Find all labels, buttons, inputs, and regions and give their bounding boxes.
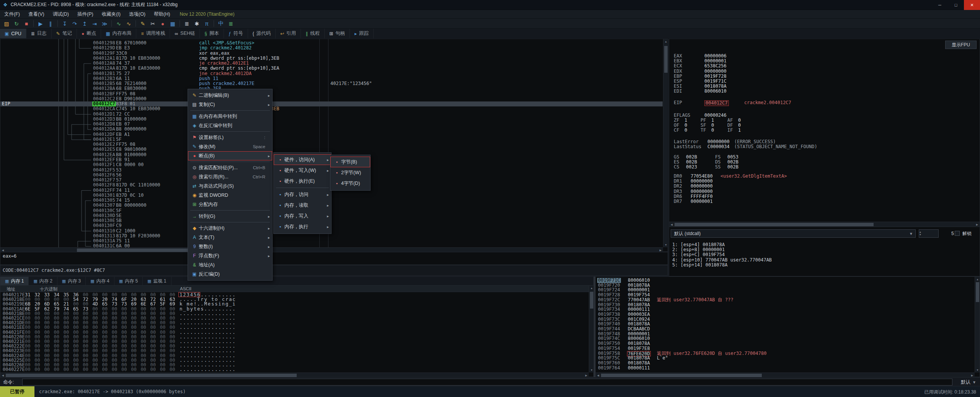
patches-icon[interactable]: ✂ (148, 20, 157, 28)
stack-row[interactable]: 0019F74800000001 (596, 332, 973, 337)
log-icon[interactable]: ≣ (182, 20, 191, 28)
menu-收藏夹(I)[interactable]: 收藏夹(I) (98, 10, 125, 18)
stack-row[interactable]: 0019F72400000001 (596, 288, 973, 292)
disasm-row[interactable]: 004012E2FF75 08 (0, 142, 663, 147)
disasm-row[interactable]: 00401298E8 67010000call <JMP.&SetFocus> (0, 41, 663, 46)
trace-into-icon[interactable]: ∿ (114, 20, 123, 28)
argument-count-spinner[interactable]: 5 ▲▼ (919, 229, 939, 238)
tab-script[interactable]: §脚本 (200, 29, 224, 38)
tab-log[interactable]: ≣日志 (26, 29, 52, 38)
disasm-row[interactable]: 0040129DEB E3jmp crackme2.401282 (0, 46, 663, 51)
disasm-row[interactable]: 004012D8EB 07 (0, 122, 663, 127)
disasm-row[interactable]: 0040130D5E (0, 213, 663, 218)
disasm-row[interactable]: 0040130E5B (0, 218, 663, 223)
menu-查看(V)[interactable]: 查看(V) (24, 10, 49, 18)
menu-插件(P)[interactable]: 插件(P) (73, 10, 98, 18)
disasm-row[interactable]: 0040130FC9 (0, 223, 663, 228)
dump-tab-dump-1[interactable]: ▦内存 1 (0, 277, 29, 285)
run-icon[interactable]: ▶ (36, 20, 45, 28)
tab-threads[interactable]: ∥线程 (301, 29, 325, 38)
stack-row[interactable]: 0019F75876FE620D返回到 user32.76FE620D 自 us… (596, 351, 973, 356)
disasm-row[interactable]: 004012D172 CC (0, 112, 663, 117)
disasm-row[interactable]: 0040129F33C0xor eax,eax (0, 51, 663, 56)
disasm-row[interactable]: 0040130C5F (0, 208, 663, 213)
menu-item-dword-4byte[interactable]: ▪4字节(D) (330, 178, 370, 189)
memory-map-icon[interactable]: ▦ (168, 20, 177, 28)
open-file-icon[interactable]: ▨ (2, 20, 11, 28)
stack-row[interactable]: 0019F76400000111 (596, 366, 973, 371)
tab-handles[interactable]: ⊞句柄 (325, 29, 350, 38)
menu-item-word-2byte[interactable]: ▪2字节(W) (330, 167, 370, 178)
menu-item-memory-write[interactable]: ▪内存，写入▸ (274, 211, 331, 221)
settings-icon[interactable]: ✱ (192, 20, 201, 28)
menu-item-breakpoint[interactable]: ●断点(B)▸ (188, 151, 272, 160)
trace-over-icon[interactable]: ∿ (124, 20, 133, 28)
stack-row[interactable]: 0019F74C80006010 (596, 336, 973, 341)
stop-icon[interactable]: ■ (22, 20, 31, 28)
tab-trace[interactable]: ▸跟踪 (350, 29, 374, 38)
tab-cpu[interactable]: ▣CPU (0, 29, 26, 38)
pause-icon[interactable]: ∥ (46, 20, 55, 28)
stack-row[interactable]: 0019F75C0018078AL`e" (596, 356, 973, 361)
registers-horizontal-scrollbar[interactable]: ◀▶ (669, 222, 980, 227)
disasm-row[interactable]: 00401307B8 00000000 (0, 203, 663, 208)
menu-item-integer-view[interactable]: 9整数(I)▸ (188, 242, 272, 251)
dump-row[interactable]: 0040223E00000000000000000000000000000000… (0, 348, 586, 353)
menu-item-byte[interactable]: ▪字节(B) (330, 157, 370, 167)
disasm-row[interactable]: 004012DFEB A1 (0, 132, 663, 137)
menu-item-hardware-write[interactable]: ▪硬件，写入(W)▸ (274, 165, 331, 176)
disasm-row[interactable]: 004012CAC745 10 EB030000mov dword ptr ss… (0, 106, 663, 111)
disasm-row[interactable]: 004012BFFF75 08 (0, 91, 663, 96)
disasm-row[interactable]: 004012E15F (0, 137, 663, 142)
dump-vertical-scrollbar[interactable]: ▲▼ (589, 286, 594, 372)
maximize-button[interactable]: □ (948, 0, 964, 10)
calculator-icon[interactable]: π (202, 20, 211, 28)
dump-tab-watch-1[interactable]: ▦监视 1 (143, 277, 171, 285)
close-button[interactable]: ✕ (964, 0, 980, 10)
stack-row[interactable]: 0019F7400018078A (596, 322, 973, 327)
disasm-row[interactable]: 004012C783F8 01 (0, 101, 663, 106)
menu-item-hardware-execute[interactable]: ▪硬件，执行(E) (274, 176, 331, 186)
language-icon[interactable]: 中 (216, 20, 225, 28)
disasm-row[interactable]: 004012B36A 11push 11 (0, 76, 663, 81)
command-script-type[interactable]: 默认▼ (961, 379, 976, 386)
disasm-row[interactable]: 004012A874 37je crackme2.4012E1 (0, 61, 663, 66)
stack-row[interactable]: 0019F73C001C0924 (596, 317, 973, 322)
disasm-row[interactable]: 004012E5E8 98010000 (0, 147, 663, 152)
menu-选项(O)[interactable]: 选项(O) (125, 10, 150, 18)
menu-list-icon[interactable]: ≣ (226, 20, 235, 28)
disasm-row[interactable]: 004012DAB8 00000000 (0, 127, 663, 132)
stack-row[interactable]: 0019F7500018078A (596, 341, 973, 346)
tab-source[interactable]: {源代码 (248, 29, 276, 38)
command-input[interactable] (22, 379, 952, 386)
menu-文件(F)[interactable]: 文件(F) (0, 10, 24, 18)
tab-symbols[interactable]: ƒ符号 (224, 29, 248, 38)
disasm-row[interactable]: 004012A1817D 10 EB030000cmp dword ptr ss… (0, 56, 663, 61)
menu-item-modify-value[interactable]: ✎修改(M)Space (188, 142, 272, 151)
disasm-row[interactable]: 004012B175 27jne crackme2.4012DA (0, 71, 663, 76)
show-fpu-button[interactable]: 显示FPU (945, 41, 977, 49)
menu-item-follow-in-memory-map[interactable]: ▦在内存布局中转到 (188, 112, 272, 121)
stack-row[interactable]: 0019F7540019F7E8 (596, 346, 973, 351)
stack-row[interactable]: 0019F738000003EA (596, 312, 973, 317)
disasm-row[interactable]: 004012D3B8 01000000 (0, 117, 663, 122)
menu-item-memory-access[interactable]: ▪内存，访问▸ (274, 189, 331, 200)
disasm-row[interactable]: 00401310C2 1000 (0, 229, 663, 234)
tab-breakpoints[interactable]: ●断点 (77, 29, 101, 38)
menu-帮助(H)[interactable]: 帮助(H) (150, 10, 174, 18)
stack-row[interactable]: 0019F7200018078A (596, 283, 973, 288)
patch-icon[interactable]: ✎ (138, 20, 147, 28)
dump-tab-dump-5[interactable]: ▦内存 5 (114, 277, 143, 285)
tab-notes[interactable]: ✎笔记 (52, 29, 77, 38)
dump-row[interactable]: 0040227E00000000000000000000000000000000… (0, 367, 586, 372)
disasm-row[interactable]: 0040130574 15 (0, 198, 663, 203)
step-out-icon[interactable]: ↥ (80, 20, 89, 28)
step-over-icon[interactable]: ↷ (70, 20, 79, 28)
tab-seh[interactable]: ∞SEH链 (170, 29, 200, 38)
dump-row[interactable]: 0040224E00000000000000000000000000000000… (0, 353, 586, 358)
menu-item-text-view[interactable]: A文本(T)▸ (188, 233, 272, 242)
tab-memory-map[interactable]: ▦内存布局 (101, 29, 136, 38)
disasm-row[interactable]: 00401301837D 0C 10 (0, 193, 663, 198)
dump-row[interactable]: 004021EE00000000000000000000000000000000… (0, 325, 586, 330)
disasm-row[interactable]: 004012B568 7E214000push crackme2.40217E4… (0, 81, 663, 86)
